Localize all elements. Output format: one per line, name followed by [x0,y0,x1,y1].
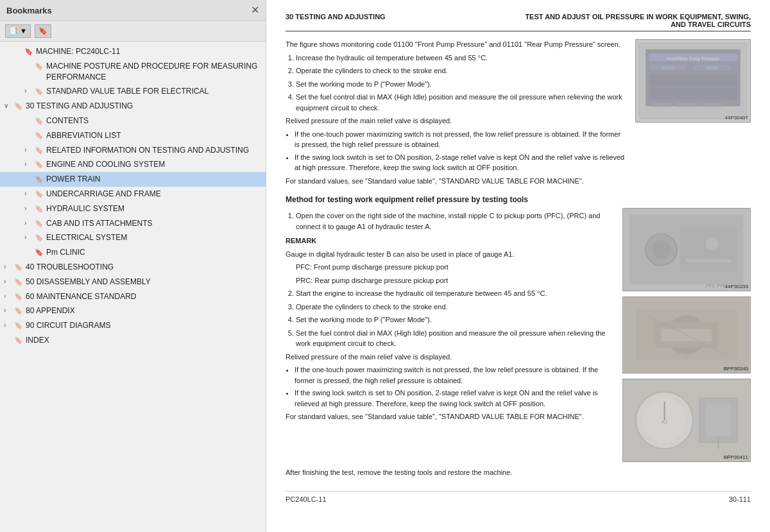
image-machine-cover: PFC PRC 44P30233 [622,208,751,291]
svg-point-18 [706,237,719,250]
method-step: Set the working mode to P ("Power Mode")… [296,314,613,325]
steps-list-1: Increase the hydraulic oil temperature b… [286,53,626,114]
bookmark-item-index[interactable]: 🔖INDEX [0,333,266,348]
expand-arrow[interactable]: › [24,189,33,198]
expand-arrow[interactable]: › [24,204,33,213]
bookmark-icon: 🔖 [14,321,23,330]
doc-header: 30 TESTING AND ADJUSTING TEST AND ADJUST… [286,13,751,31]
bookmark-icon: 🔖 [14,101,23,111]
image-machine-photo: BPP30240 [622,296,751,373]
svg-text:Front/Rear Pump Pressure: Front/Rear Pump Pressure [667,56,719,62]
bookmark-label: CAB AND ITS ATTACHMENTS [46,218,262,229]
method-steps-list: Open the cover on the right side of the … [286,210,613,232]
bookmark-add-button[interactable]: 🔖 [35,24,51,38]
bookmark-item-abbreviation[interactable]: 🔖ABBREVIATION LIST [0,128,266,143]
svg-rect-33 [706,404,731,436]
method-steps-list-2: Start the engine to increase the hydraul… [286,288,613,349]
bookmark-label: 50 DISASSEMBLY AND ASSEMBLY [26,277,262,287]
bookmark-icon: 🔖 [35,189,44,199]
bookmark-icon: 🔖 [35,204,44,214]
bookmark-item-30-testing[interactable]: ∨🔖30 TESTING AND ADJUSTING [0,99,266,114]
remark-label: REMARK [286,237,316,245]
expand-arrow[interactable]: › [4,321,13,330]
method-step: Set the fuel control dial in MAX (High I… [296,328,613,349]
bookmark-label: 80 APPENDIX [26,305,262,316]
step-item: Set the working mode to P ("Power Mode")… [296,79,626,90]
step-item: Increase the hydraulic oil temperature b… [296,53,626,64]
bookmark-item-undercarriage[interactable]: ›🔖UNDERCARRIAGE AND FRAME [0,187,266,202]
bookmark-item-80-appendix[interactable]: ›🔖80 APPENDIX [0,304,266,318]
bookmark-icon: 🔖 [35,62,44,71]
bookmark-label: HYDRAULIC SYSTEM [46,203,262,214]
bookmark-list[interactable]: 🔖MACHINE: PC240LC-11🔖MACHINE POSTURE AND… [0,42,266,532]
bookmark-item-standard-value[interactable]: ›🔖STANDARD VALUE TABLE FOR ELECTRICAL [0,84,266,99]
bullet-item: If the swing lock switch is set to ON po… [295,388,613,409]
bookmark-item-hydraulic[interactable]: ›🔖HYDRAULIC SYSTEM [0,202,266,216]
sidebar-title: Bookmarks [6,6,52,15]
method-images: PFC PRC 44P30233 BPP30240 [622,208,751,462]
bookmark-label: INDEX [26,335,262,346]
expand-arrow[interactable]: › [4,262,13,271]
image-label-3: BPP30240 [724,366,748,372]
bookmark-label: Pm CLINIC [46,247,262,258]
bookmark-label: STANDARD VALUE TABLE FOR ELECTRICAL [46,86,262,97]
expand-arrow[interactable]: › [24,146,33,155]
image-monitor-screen: Front/Rear Pump Pressure 01100 01101 44P… [635,39,751,123]
bookmark-expand-button[interactable]: 📑 ▼ [5,24,31,38]
bookmark-label: 40 TROUBLESHOOTING [26,262,262,273]
bookmark-label: ENGINE AND COOLING SYSTEM [46,159,262,170]
image-label-2: 44P30233 [725,284,748,289]
bookmark-item-40-troubleshooting[interactable]: ›🔖40 TROUBLESHOOTING [0,260,266,275]
bookmark-icon: 🔖 [14,292,23,302]
bookmark-item-pm-clinic[interactable]: 🔖Pm CLINIC [0,245,266,260]
expand-arrow[interactable]: › [4,306,13,315]
bookmark-label: UNDERCARRIAGE AND FRAME [46,189,262,200]
bookmark-icon: 🔖 [35,116,44,126]
expand-arrow[interactable]: › [4,277,13,286]
method-text-block: Open the cover on the right side of the … [286,208,613,462]
svg-text:01100: 01100 [662,66,673,70]
bookmark-icon: 🔖 [14,306,23,316]
expand-arrow[interactable]: › [24,160,33,169]
bookmark-item-cab[interactable]: ›🔖CAB AND ITS ATTACHMENTS [0,216,266,231]
bookmark-icon: 🔖 [35,175,44,184]
method-step: Open the cover on the right side of the … [296,210,613,232]
bookmark-label: ELECTRICAL SYSTEM [46,232,262,243]
bookmark-item-engine-cooling[interactable]: ›🔖ENGINE AND COOLING SYSTEM [0,157,266,172]
bookmark-label: CONTENTS [46,116,262,126]
bookmark-icon: 🔖 [35,219,44,228]
step-item: Set the fuel control dial in MAX (High I… [296,92,626,113]
bookmark-item-power-train[interactable]: 🔖POWER TRAIN [0,172,266,187]
svg-rect-19 [687,259,731,262]
bookmark-icon: 🔖 [35,87,44,96]
bookmark-item-50-disassembly[interactable]: ›🔖50 DISASSEMBLY AND ASSEMBLY [0,275,266,289]
method-step: Start the engine to increase the hydraul… [296,288,613,299]
bookmark-item-machine[interactable]: 🔖MACHINE: PC240LC-11 [0,44,266,59]
bookmark-item-90-circuit[interactable]: ›🔖90 CIRCUIT DIAGRAMS [0,318,266,333]
section-label: 30 TESTING AND ADJUSTING [286,13,386,21]
image-label-1: 44P30407 [725,115,748,121]
bookmark-label: RELATED INFORMATION ON TESTING AND ADJUS… [46,145,262,156]
bookmark-item-60-maintenance[interactable]: ›🔖60 MAINTENANCE STANDARD [0,289,266,304]
after-test-text: After finishing the test, remove the tes… [286,467,751,478]
svg-rect-12 [703,103,722,107]
close-button[interactable]: ✕ [251,5,259,15]
svg-rect-11 [677,103,696,107]
expand-arrow[interactable]: › [4,292,13,301]
svg-rect-17 [680,228,737,272]
bookmark-icon: 🔖 [35,160,44,169]
expand-arrow[interactable]: › [24,219,33,228]
bookmark-item-related-info[interactable]: ›🔖RELATED INFORMATION ON TESTING AND ADJ… [0,143,266,158]
doc-footer: PC240LC-11 30-111 [286,491,751,503]
expand-arrow[interactable]: ∨ [4,101,13,110]
expand-arrow[interactable]: › [24,233,33,242]
bookmark-item-contents[interactable]: 🔖CONTENTS [0,114,266,128]
expand-arrow[interactable]: › [24,87,33,96]
bookmark-item-electrical[interactable]: ›🔖ELECTRICAL SYSTEM [0,230,266,245]
method-title: Method for testing work equipment relief… [286,195,751,204]
bookmark-label: 30 TESTING AND ADJUSTING [26,101,262,112]
bookmark-label: MACHINE POSTURE AND PROCEDURE FOR MEASUR… [46,61,262,83]
page-title: TEST AND ADJUST OIL PRESSURE IN WORK EQU… [525,13,751,28]
bookmark-item-machine-posture[interactable]: 🔖MACHINE POSTURE AND PROCEDURE FOR MEASU… [0,59,266,85]
svg-rect-10 [652,103,671,107]
